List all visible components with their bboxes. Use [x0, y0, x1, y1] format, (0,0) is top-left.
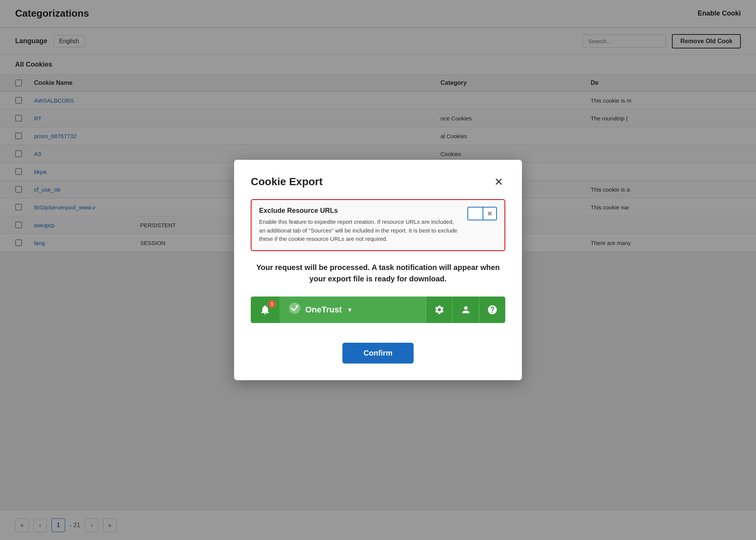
- svg-point-3: [296, 305, 298, 307]
- exclude-toggle[interactable]: [467, 207, 497, 220]
- help-icon: [487, 304, 498, 315]
- onetrust-help-button[interactable]: [479, 297, 505, 323]
- onetrust-icon: [289, 302, 301, 317]
- svg-point-4: [291, 307, 292, 309]
- onetrust-bar: 1 OneTrust ▾: [251, 297, 505, 323]
- modal-header: Cookie Export ✕: [251, 175, 505, 189]
- notification-badge: 1: [268, 300, 276, 308]
- modal-close-button[interactable]: ✕: [492, 175, 505, 189]
- chevron-down-icon: ▾: [348, 306, 351, 314]
- onetrust-notification-button[interactable]: 1: [251, 297, 280, 323]
- toggle-close-icon[interactable]: [483, 208, 496, 220]
- cookie-export-modal: Cookie Export ✕ Exclude Resource URLs En…: [234, 160, 522, 380]
- confirm-button[interactable]: Confirm: [342, 343, 414, 364]
- user-icon: [461, 304, 471, 315]
- exclude-title: Exclude Resource URLs: [259, 207, 461, 215]
- onetrust-settings-button[interactable]: [426, 297, 452, 323]
- exclude-resource-urls-box: Exclude Resource URLs Enable this featur…: [251, 199, 505, 251]
- gear-icon: [434, 304, 445, 315]
- onetrust-brand-area[interactable]: OneTrust ▾: [280, 302, 426, 317]
- notification-text: Your request will be processed. A task n…: [251, 262, 505, 284]
- svg-point-5: [293, 310, 295, 311]
- exclude-content: Exclude Resource URLs Enable this featur…: [259, 207, 461, 243]
- onetrust-user-button[interactable]: [452, 297, 479, 323]
- modal-title: Cookie Export: [251, 176, 323, 188]
- toggle-on-side[interactable]: [468, 208, 483, 220]
- onetrust-brand-name: OneTrust: [305, 305, 342, 315]
- exclude-desc: Enable this feature to expedite report c…: [259, 218, 461, 243]
- modal-overlay[interactable]: Cookie Export ✕ Exclude Resource URLs En…: [0, 0, 756, 540]
- svg-point-2: [289, 303, 300, 314]
